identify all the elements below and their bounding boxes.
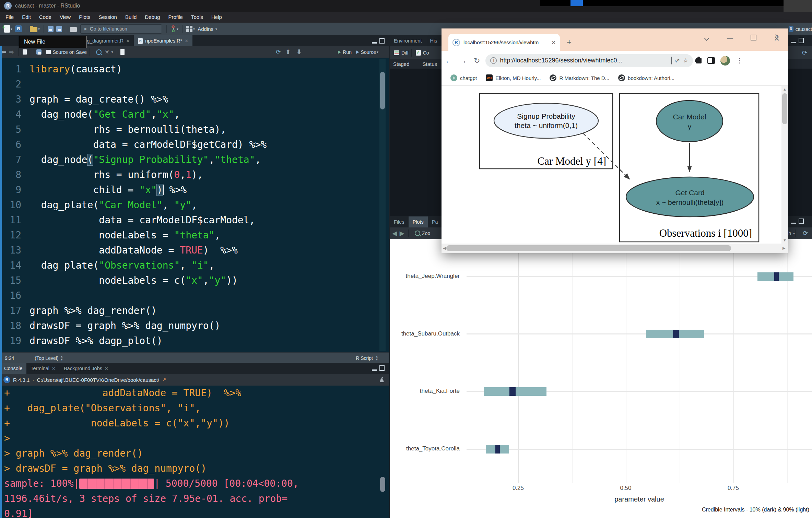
console-tab-terminal[interactable]: Terminal✕ [26,363,60,374]
version-control-icon[interactable]: ▾ [170,25,178,32]
clear-console-icon[interactable] [379,377,385,383]
menu-code[interactable]: Code [35,12,56,23]
console-panel-buttons[interactable] [372,365,385,371]
back-icon[interactable]: ⬅ [1,48,6,56]
menu-view[interactable]: View [56,12,75,23]
forward-icon[interactable]: ➡ [9,48,14,56]
menu-build[interactable]: Build [121,12,141,23]
plots-panel-buttons[interactable] [791,219,809,224]
minimize-window-icon[interactable]: — [727,35,733,42]
menu-plots[interactable]: Plots [75,12,94,23]
print-icon[interactable] [70,26,77,32]
find-icon[interactable] [96,49,102,55]
scope-indicator[interactable]: (Top Level) [35,355,58,361]
new-file-icon[interactable]: +▾ [4,25,12,33]
diff-button[interactable]: Diff [401,50,409,56]
previous-plot-icon[interactable]: ◀ [392,230,397,237]
refresh-plot-icon[interactable]: ⟳ [803,229,808,237]
url-text[interactable]: http://localhost:15296/session/viewhtmle… [500,57,668,64]
commit-button[interactable]: Co [423,50,429,56]
open-directory-icon[interactable]: ↗ [162,377,166,383]
save-icon[interactable] [48,26,54,32]
browser-back-icon[interactable]: ← [445,56,452,65]
refresh-icon[interactable]: ⟳ [802,49,807,57]
pane-tab-environment[interactable]: Environment [390,35,426,46]
browser-tab[interactable]: R localhost:15296/session/viewhtm ✕ [448,34,560,51]
bookmark-star-icon[interactable]: ☆ [683,57,688,64]
environment-panel-buttons[interactable] [791,38,809,43]
browser-menu-icon[interactable]: ⋮ [736,57,743,64]
code-editor[interactable]: 1library(causact)23graph = dag_create() … [0,58,389,352]
compile-report-icon[interactable] [120,49,126,55]
close-tab-icon[interactable]: ✕ [551,39,556,46]
next-plot-icon[interactable]: ▶ [400,230,404,237]
save-icon[interactable] [36,49,42,55]
close-tab-icon[interactable]: ✕ [185,38,188,44]
close-tab-icon[interactable]: ✕ [105,366,108,371]
menu-debug[interactable]: Debug [141,12,164,23]
address-bar[interactable]: i http://localhost:15296/session/viewhtm… [485,54,693,67]
maximize-window-icon[interactable] [751,35,756,42]
run-button[interactable]: Run [343,49,352,55]
console-tab-console[interactable]: Console [0,363,26,374]
menu-session[interactable]: Session [95,12,121,23]
bookmark-0[interactable]: ✳chatgpt [450,74,477,81]
goto-file-search[interactable]: ➤ Go to file/function [80,24,162,34]
bookmarks-overflow-icon[interactable]: » [775,32,778,39]
publish-dropdown-icon[interactable]: ▾ [793,232,795,235]
close-tab-icon[interactable]: ✕ [52,366,56,371]
new-project-icon[interactable]: R [15,25,22,32]
menu-profile[interactable]: Profile [164,12,187,23]
editor-scrollbar[interactable] [379,59,386,351]
console-output[interactable]: + addDataNode = TRUE) %>%+ dag_plate("Ob… [0,386,389,518]
menu-tools[interactable]: Tools [187,12,207,23]
maximize-pane-icon[interactable] [799,38,804,43]
popout-icon[interactable] [23,49,28,55]
source-button[interactable]: Source [361,49,376,55]
pane-tab-pa[interactable]: Pa [428,216,442,227]
maximize-pane-icon[interactable] [379,365,385,371]
bookmark-2[interactable]: R Markdown: The D... [550,74,609,81]
zoom-plot-button[interactable]: Zoo [422,231,430,236]
new-tab-icon[interactable]: + [567,37,572,47]
source-prev-icon[interactable]: ⬆ [286,48,291,56]
pane-tab-plots[interactable]: Plots [409,216,428,227]
menu-help[interactable]: Help [207,12,226,23]
minimize-pane-icon[interactable] [791,38,796,43]
browser-reload-icon[interactable]: ↻ [474,56,480,65]
source-next-icon[interactable]: ⬇ [297,48,302,56]
minimize-pane-icon[interactable] [791,219,796,224]
extensions-icon[interactable] [696,58,702,63]
bookmark-3[interactable]: bookdown: Authori... [618,74,674,81]
bookmark-1[interactable]: wuElkton, MD Hourly... [486,74,541,81]
file-type-label[interactable]: R Script [356,355,373,361]
rerun-icon[interactable]: ⟳ [276,48,281,56]
editor-panel-buttons[interactable] [372,38,385,44]
console-tab-background-jobs[interactable]: Background Jobs✕ [60,363,113,374]
close-tab-icon[interactable]: ✕ [126,38,130,44]
zoom-page-icon[interactable] [671,57,672,64]
editor-tab-2[interactable]: RnpoExamples.R*✕ [134,35,192,46]
project-selector[interactable]: R causact [789,23,812,35]
browser-vertical-scrollbar[interactable]: ▲ ▼ [781,86,788,244]
maximize-pane-icon[interactable] [799,219,804,224]
tab-search-icon[interactable] [705,35,708,42]
workspace-panes-icon[interactable]: ▾ [186,26,195,32]
browser-horizontal-scrollbar[interactable]: ◀ ▶ [442,244,788,253]
pane-tab-his[interactable]: His [426,35,441,46]
profile-avatar[interactable] [720,56,730,66]
site-info-icon[interactable]: i [490,57,497,64]
side-panel-icon[interactable] [707,57,715,64]
maximize-pane-icon[interactable] [379,38,385,44]
zoom-plot-icon[interactable] [415,231,420,236]
minimize-pane-icon[interactable] [372,365,377,371]
menu-edit[interactable]: Edit [18,12,35,23]
console-scrollbar-thumb[interactable] [380,477,385,492]
source-on-save-checkbox[interactable] [46,50,51,54]
minimize-pane-icon[interactable] [372,38,377,44]
open-file-icon[interactable]: ▾ [30,26,40,32]
addins-menu[interactable]: Addins [198,26,213,32]
code-tools-icon[interactable]: ✳ [105,49,109,55]
browser-forward-icon[interactable]: → [459,56,467,65]
save-all-icon[interactable] [56,26,62,32]
